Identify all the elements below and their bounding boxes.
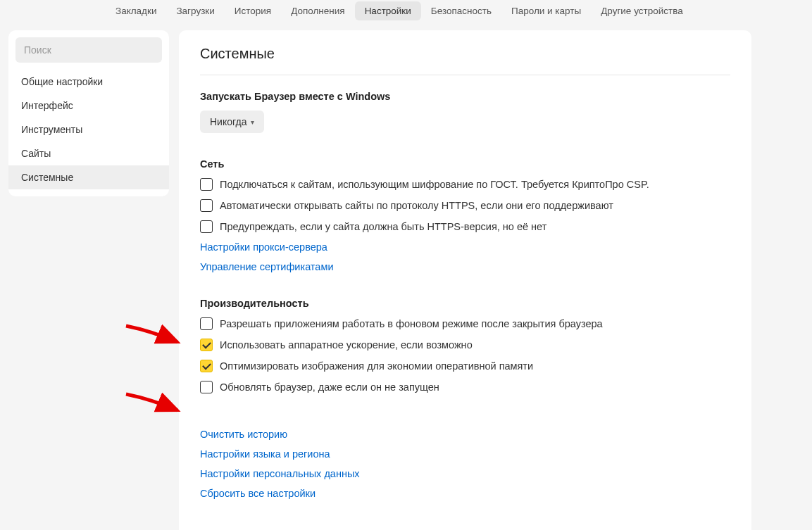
perf-check-label: Разрешать приложениям работать в фоновом… bbox=[220, 318, 603, 329]
network-check-row-gost: Подключаться к сайтам, использующим шифр… bbox=[200, 178, 730, 191]
top-nav-addons[interactable]: Дополнения bbox=[281, 1, 354, 20]
performance-heading: Производительность bbox=[200, 298, 730, 309]
chevron-down-icon: ▾ bbox=[251, 118, 254, 126]
perf-checkbox-hw-accel[interactable] bbox=[200, 339, 213, 351]
sidebar: Общие настройки Интерфейс Инструменты Са… bbox=[8, 30, 169, 196]
sidebar-item-general[interactable]: Общие настройки bbox=[8, 70, 169, 94]
network-check-label: Предупреждать, если у сайта должна быть … bbox=[220, 221, 546, 232]
perf-checkbox-background[interactable] bbox=[200, 317, 213, 330]
annotation-arrow-1 bbox=[123, 322, 186, 351]
network-checkbox-https-auto[interactable] bbox=[200, 199, 213, 212]
perf-check-row-hw-accel: Использовать аппаратное ускорение, если … bbox=[200, 339, 730, 351]
top-nav-passwords[interactable]: Пароли и карты bbox=[501, 1, 591, 20]
network-check-row-https-auto: Автоматически открывать сайты по протоко… bbox=[200, 199, 730, 212]
perf-checkbox-update-offline[interactable] bbox=[200, 381, 213, 393]
link-reset-settings[interactable]: Сбросить все настройки bbox=[200, 488, 316, 499]
search-input[interactable] bbox=[15, 37, 162, 63]
network-checkbox-gost[interactable] bbox=[200, 178, 213, 191]
network-checkbox-https-warn[interactable] bbox=[200, 220, 213, 233]
link-proxy-settings[interactable]: Настройки прокси-сервера bbox=[200, 241, 327, 253]
link-language-region[interactable]: Настройки языка и региона bbox=[200, 448, 330, 460]
startup-dropdown-value: Никогда bbox=[210, 116, 246, 127]
sidebar-item-sites[interactable]: Сайты bbox=[8, 141, 169, 165]
section-bottom-links: Очистить историю Настройки языка и регио… bbox=[200, 429, 730, 499]
top-nav-other-devices[interactable]: Другие устройства bbox=[591, 1, 693, 20]
page-title: Системные bbox=[200, 46, 730, 75]
startup-dropdown[interactable]: Никогда ▾ bbox=[200, 111, 264, 133]
link-personal-data[interactable]: Настройки персональных данных bbox=[200, 468, 360, 479]
annotation-arrow-2 bbox=[123, 391, 186, 419]
sidebar-item-interface[interactable]: Интерфейс bbox=[8, 94, 169, 118]
section-startup: Запускать Браузер вместе с Windows Никог… bbox=[200, 91, 730, 133]
section-network: Сеть Подключаться к сайтам, использующим… bbox=[200, 158, 730, 272]
content-panel: Системные Запускать Браузер вместе с Win… bbox=[179, 30, 751, 530]
network-heading: Сеть bbox=[200, 158, 730, 170]
top-nav-history[interactable]: История bbox=[225, 1, 281, 20]
link-clear-history[interactable]: Очистить историю bbox=[200, 429, 287, 440]
perf-check-label: Обновлять браузер, даже если он не запущ… bbox=[220, 381, 439, 393]
perf-check-row-optimize-images: Оптимизировать изображения для экономии … bbox=[200, 360, 730, 372]
perf-checkbox-optimize-images[interactable] bbox=[200, 360, 213, 372]
perf-check-row-background: Разрешать приложениям работать в фоновом… bbox=[200, 317, 730, 330]
top-nav-bookmarks[interactable]: Закладки bbox=[106, 1, 166, 20]
network-check-row-https-warn: Предупреждать, если у сайта должна быть … bbox=[200, 220, 730, 233]
top-nav-downloads[interactable]: Загрузки bbox=[166, 1, 224, 20]
section-performance: Производительность Разрешать приложениям… bbox=[200, 298, 730, 393]
perf-check-row-update-offline: Обновлять браузер, даже если он не запущ… bbox=[200, 381, 730, 393]
link-cert-management[interactable]: Управление сертификатами bbox=[200, 261, 333, 272]
sidebar-item-tools[interactable]: Инструменты bbox=[8, 118, 169, 141]
top-nav-security[interactable]: Безопасность bbox=[421, 1, 501, 20]
network-check-label: Автоматически открывать сайты по протоко… bbox=[220, 200, 613, 211]
top-nav-settings[interactable]: Настройки bbox=[355, 1, 421, 20]
sidebar-item-system[interactable]: Системные bbox=[8, 165, 169, 189]
top-nav: Закладки Загрузки История Дополнения Нас… bbox=[0, 0, 812, 26]
perf-check-label: Использовать аппаратное ускорение, если … bbox=[220, 339, 473, 351]
startup-label: Запускать Браузер вместе с Windows bbox=[200, 91, 730, 102]
network-check-label: Подключаться к сайтам, использующим шифр… bbox=[220, 179, 649, 190]
perf-check-label: Оптимизировать изображения для экономии … bbox=[220, 360, 533, 372]
